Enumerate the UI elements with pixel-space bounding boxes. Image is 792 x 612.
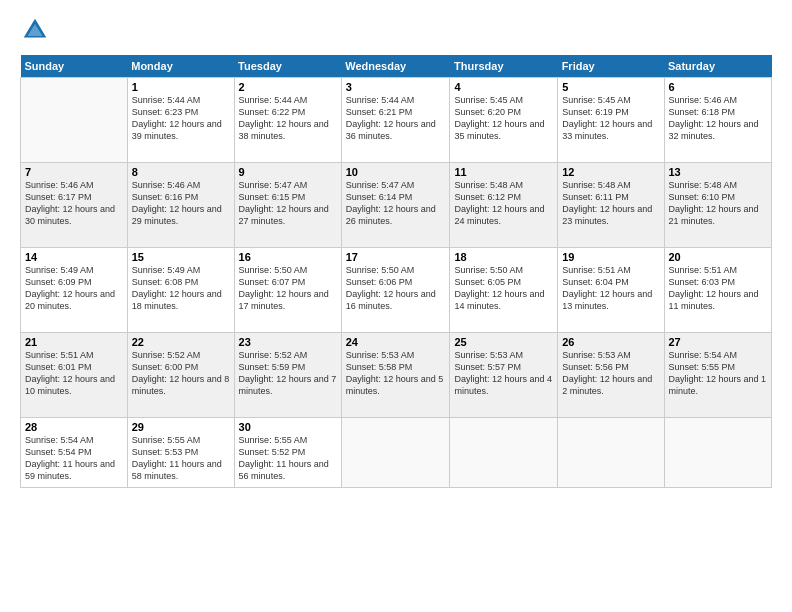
day-info: Sunrise: 5:55 AM Sunset: 5:53 PM Dayligh…	[132, 434, 230, 483]
sunrise-text: Sunrise: 5:51 AM	[562, 265, 631, 275]
calendar-day-cell: 29 Sunrise: 5:55 AM Sunset: 5:53 PM Dayl…	[127, 418, 234, 488]
day-info: Sunrise: 5:48 AM Sunset: 6:11 PM Dayligh…	[562, 179, 659, 228]
calendar-day-cell: 14 Sunrise: 5:49 AM Sunset: 6:09 PM Dayl…	[21, 248, 128, 333]
calendar-day-header: Wednesday	[341, 55, 450, 78]
calendar-day-cell: 23 Sunrise: 5:52 AM Sunset: 5:59 PM Dayl…	[234, 333, 341, 418]
daylight-text: Daylight: 12 hours and 7 minutes.	[239, 374, 337, 396]
sunrise-text: Sunrise: 5:49 AM	[25, 265, 94, 275]
calendar-day-cell: 4 Sunrise: 5:45 AM Sunset: 6:20 PM Dayli…	[450, 78, 558, 163]
calendar-day-header: Friday	[558, 55, 664, 78]
day-number: 26	[562, 336, 659, 348]
daylight-text: Daylight: 12 hours and 10 minutes.	[25, 374, 115, 396]
sunrise-text: Sunrise: 5:48 AM	[562, 180, 631, 190]
sunset-text: Sunset: 5:58 PM	[346, 362, 413, 372]
day-number: 21	[25, 336, 123, 348]
sunrise-text: Sunrise: 5:53 AM	[346, 350, 415, 360]
calendar-day-header: Thursday	[450, 55, 558, 78]
calendar-day-cell: 7 Sunrise: 5:46 AM Sunset: 6:17 PM Dayli…	[21, 163, 128, 248]
sunrise-text: Sunrise: 5:53 AM	[454, 350, 523, 360]
calendar-week-row: 7 Sunrise: 5:46 AM Sunset: 6:17 PM Dayli…	[21, 163, 772, 248]
day-number: 17	[346, 251, 446, 263]
daylight-text: Daylight: 12 hours and 24 minutes.	[454, 204, 544, 226]
sunset-text: Sunset: 6:21 PM	[346, 107, 413, 117]
calendar-day-cell: 22 Sunrise: 5:52 AM Sunset: 6:00 PM Dayl…	[127, 333, 234, 418]
sunset-text: Sunset: 5:57 PM	[454, 362, 521, 372]
day-number: 9	[239, 166, 337, 178]
sunset-text: Sunset: 5:55 PM	[669, 362, 736, 372]
day-info: Sunrise: 5:51 AM Sunset: 6:01 PM Dayligh…	[25, 349, 123, 398]
sunrise-text: Sunrise: 5:53 AM	[562, 350, 631, 360]
daylight-text: Daylight: 12 hours and 32 minutes.	[669, 119, 759, 141]
day-info: Sunrise: 5:49 AM Sunset: 6:08 PM Dayligh…	[132, 264, 230, 313]
sunrise-text: Sunrise: 5:44 AM	[346, 95, 415, 105]
daylight-text: Daylight: 12 hours and 11 minutes.	[669, 289, 759, 311]
sunrise-text: Sunrise: 5:50 AM	[346, 265, 415, 275]
daylight-text: Daylight: 12 hours and 1 minute.	[669, 374, 767, 396]
daylight-text: Daylight: 12 hours and 4 minutes.	[454, 374, 552, 396]
day-info: Sunrise: 5:53 AM Sunset: 5:57 PM Dayligh…	[454, 349, 553, 398]
logo-icon	[20, 15, 50, 45]
sunrise-text: Sunrise: 5:48 AM	[669, 180, 738, 190]
calendar-week-row: 14 Sunrise: 5:49 AM Sunset: 6:09 PM Dayl…	[21, 248, 772, 333]
day-number: 4	[454, 81, 553, 93]
daylight-text: Daylight: 12 hours and 14 minutes.	[454, 289, 544, 311]
day-number: 2	[239, 81, 337, 93]
day-number: 24	[346, 336, 446, 348]
daylight-text: Daylight: 12 hours and 33 minutes.	[562, 119, 652, 141]
calendar-day-cell: 20 Sunrise: 5:51 AM Sunset: 6:03 PM Dayl…	[664, 248, 772, 333]
sunrise-text: Sunrise: 5:49 AM	[132, 265, 201, 275]
day-info: Sunrise: 5:45 AM Sunset: 6:19 PM Dayligh…	[562, 94, 659, 143]
day-info: Sunrise: 5:47 AM Sunset: 6:15 PM Dayligh…	[239, 179, 337, 228]
daylight-text: Daylight: 12 hours and 20 minutes.	[25, 289, 115, 311]
sunrise-text: Sunrise: 5:52 AM	[239, 350, 308, 360]
calendar-week-row: 21 Sunrise: 5:51 AM Sunset: 6:01 PM Dayl…	[21, 333, 772, 418]
calendar-day-cell: 21 Sunrise: 5:51 AM Sunset: 6:01 PM Dayl…	[21, 333, 128, 418]
calendar-header-row: SundayMondayTuesdayWednesdayThursdayFrid…	[21, 55, 772, 78]
daylight-text: Daylight: 12 hours and 26 minutes.	[346, 204, 436, 226]
daylight-text: Daylight: 12 hours and 36 minutes.	[346, 119, 436, 141]
calendar-day-header: Monday	[127, 55, 234, 78]
daylight-text: Daylight: 12 hours and 5 minutes.	[346, 374, 444, 396]
calendar-week-row: 1 Sunrise: 5:44 AM Sunset: 6:23 PM Dayli…	[21, 78, 772, 163]
sunrise-text: Sunrise: 5:50 AM	[239, 265, 308, 275]
sunset-text: Sunset: 6:15 PM	[239, 192, 306, 202]
daylight-text: Daylight: 12 hours and 29 minutes.	[132, 204, 222, 226]
calendar-day-cell: 12 Sunrise: 5:48 AM Sunset: 6:11 PM Dayl…	[558, 163, 664, 248]
sunrise-text: Sunrise: 5:54 AM	[669, 350, 738, 360]
calendar-day-cell	[664, 418, 772, 488]
sunset-text: Sunset: 6:22 PM	[239, 107, 306, 117]
sunset-text: Sunset: 6:03 PM	[669, 277, 736, 287]
calendar-day-cell: 17 Sunrise: 5:50 AM Sunset: 6:06 PM Dayl…	[341, 248, 450, 333]
daylight-text: Daylight: 12 hours and 38 minutes.	[239, 119, 329, 141]
day-info: Sunrise: 5:54 AM Sunset: 5:55 PM Dayligh…	[669, 349, 768, 398]
calendar-day-cell: 26 Sunrise: 5:53 AM Sunset: 5:56 PM Dayl…	[558, 333, 664, 418]
sunrise-text: Sunrise: 5:47 AM	[346, 180, 415, 190]
calendar-day-cell: 24 Sunrise: 5:53 AM Sunset: 5:58 PM Dayl…	[341, 333, 450, 418]
calendar-day-cell: 8 Sunrise: 5:46 AM Sunset: 6:16 PM Dayli…	[127, 163, 234, 248]
calendar-day-cell: 5 Sunrise: 5:45 AM Sunset: 6:19 PM Dayli…	[558, 78, 664, 163]
sunset-text: Sunset: 5:54 PM	[25, 447, 92, 457]
calendar: SundayMondayTuesdayWednesdayThursdayFrid…	[20, 55, 772, 488]
day-number: 28	[25, 421, 123, 433]
day-number: 23	[239, 336, 337, 348]
day-info: Sunrise: 5:44 AM Sunset: 6:21 PM Dayligh…	[346, 94, 446, 143]
daylight-text: Daylight: 12 hours and 2 minutes.	[562, 374, 652, 396]
sunset-text: Sunset: 6:00 PM	[132, 362, 199, 372]
sunset-text: Sunset: 5:53 PM	[132, 447, 199, 457]
day-info: Sunrise: 5:46 AM Sunset: 6:18 PM Dayligh…	[669, 94, 768, 143]
day-number: 7	[25, 166, 123, 178]
daylight-text: Daylight: 12 hours and 21 minutes.	[669, 204, 759, 226]
day-info: Sunrise: 5:44 AM Sunset: 6:22 PM Dayligh…	[239, 94, 337, 143]
sunrise-text: Sunrise: 5:54 AM	[25, 435, 94, 445]
sunset-text: Sunset: 6:07 PM	[239, 277, 306, 287]
sunset-text: Sunset: 6:08 PM	[132, 277, 199, 287]
day-info: Sunrise: 5:52 AM Sunset: 6:00 PM Dayligh…	[132, 349, 230, 398]
day-number: 22	[132, 336, 230, 348]
day-info: Sunrise: 5:50 AM Sunset: 6:06 PM Dayligh…	[346, 264, 446, 313]
calendar-day-cell: 19 Sunrise: 5:51 AM Sunset: 6:04 PM Dayl…	[558, 248, 664, 333]
sunset-text: Sunset: 6:18 PM	[669, 107, 736, 117]
day-info: Sunrise: 5:49 AM Sunset: 6:09 PM Dayligh…	[25, 264, 123, 313]
calendar-day-cell: 28 Sunrise: 5:54 AM Sunset: 5:54 PM Dayl…	[21, 418, 128, 488]
daylight-text: Daylight: 11 hours and 56 minutes.	[239, 459, 329, 481]
day-info: Sunrise: 5:48 AM Sunset: 6:12 PM Dayligh…	[454, 179, 553, 228]
